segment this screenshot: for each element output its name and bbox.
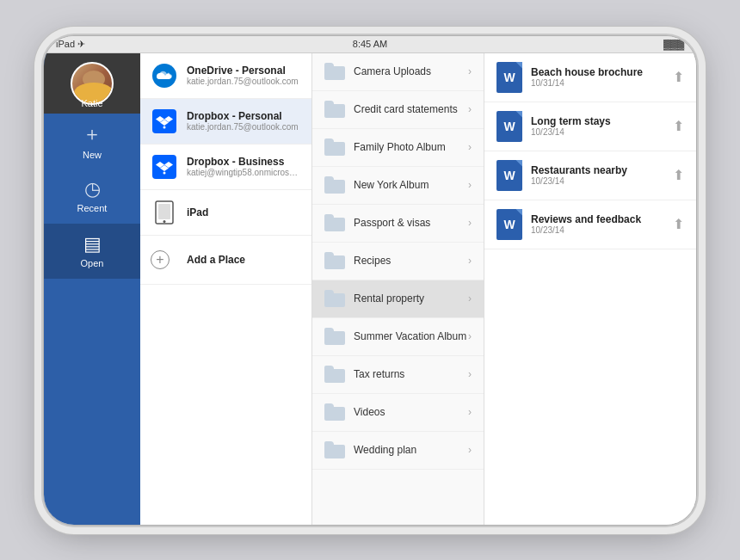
file-long-term[interactable]: W Long term stays 10/23/14 ⬆ [484, 102, 696, 151]
file-text-restaurants: Restaurants nearby 10/23/14 [531, 164, 668, 186]
folder-tax-returns[interactable]: Tax returns › [312, 356, 484, 394]
folder-icon-videos [324, 403, 345, 421]
add-place-icon: + [151, 246, 178, 274]
user-avatar-section: Katie [44, 53, 140, 114]
add-place-name: Add a Place [187, 254, 301, 266]
folder-credit-card[interactable]: Credit card statements › [312, 91, 484, 129]
file-name-beach: Beach house brochure [531, 66, 668, 78]
folder-name-passport: Passport & visas [354, 217, 468, 229]
svg-point-2 [163, 126, 166, 128]
chevron-icon-recipes: › [468, 255, 472, 267]
folder-name-newyork: New York Album [354, 179, 468, 191]
word-icon-restaurants: W [496, 160, 522, 191]
folder-icon-summer [324, 328, 345, 345]
places-panel: OneDrive - Personal katie.jordan.75@outl… [140, 53, 312, 525]
file-name-restaurants: Restaurants nearby [531, 164, 668, 176]
folder-recipes[interactable]: Recipes › [312, 243, 484, 280]
folder-icon-newyork [324, 176, 345, 194]
ipad-name: iPad [187, 206, 301, 218]
file-restaurants[interactable]: W Restaurants nearby 10/23/14 ⬆ [484, 151, 696, 200]
folder-family-photo[interactable]: Family Photo Album › [312, 129, 484, 167]
folder-icon-passport [324, 214, 345, 231]
folder-videos[interactable]: Videos › [312, 394, 484, 432]
folder-rental-property[interactable]: Rental property › [312, 280, 484, 318]
chevron-icon-wedding: › [468, 444, 472, 456]
share-icon-reviews[interactable]: ⬆ [673, 216, 684, 232]
folder-name-recipes: Recipes [354, 255, 468, 267]
share-icon-longterm[interactable]: ⬆ [673, 118, 684, 134]
svg-point-4 [163, 171, 166, 174]
status-left: iPad ✈ [56, 39, 85, 50]
dropbox-personal-text: Dropbox - Personal katie.jordan.75@outlo… [187, 110, 301, 132]
folder-camera-uploads[interactable]: Camera Uploads › [312, 53, 484, 91]
folder-name-credit: Credit card statements [354, 103, 468, 115]
dropbox-personal-svg [152, 109, 176, 133]
file-name-reviews: Reviews and feedback [531, 213, 668, 225]
file-text-reviews: Reviews and feedback 10/23/14 [531, 213, 668, 235]
dropbox-personal-name: Dropbox - Personal [187, 110, 301, 122]
folder-icon-family [324, 138, 345, 156]
place-item-dropbox-business[interactable]: Dropbox - Business katiej@wingtip58.onmi… [140, 145, 311, 190]
sidebar-new-label: New [83, 150, 102, 160]
open-icon: ▤ [83, 233, 102, 255]
sidebar-item-new[interactable]: ＋ New [44, 114, 140, 169]
dropbox-business-text: Dropbox - Business katiej@wingtip58.onmi… [187, 156, 301, 177]
place-item-ipad[interactable]: iPad [140, 190, 311, 236]
folder-name-summer: Summer Vacation Album [354, 330, 468, 342]
dropbox-business-icon [151, 153, 178, 181]
folder-icon-wedding [324, 441, 345, 458]
onedrive-personal-text: OneDrive - Personal katie.jordan.75@outl… [187, 65, 301, 86]
place-item-dropbox-personal[interactable]: Dropbox - Personal katie.jordan.75@outlo… [140, 99, 311, 145]
folder-name-rental: Rental property [354, 292, 468, 305]
plus-circle-icon: + [151, 250, 170, 269]
file-reviews[interactable]: W Reviews and feedback 10/23/14 ⬆ [484, 200, 696, 249]
onedrive-personal-name: OneDrive - Personal [187, 65, 301, 77]
chevron-icon-credit: › [468, 103, 472, 115]
share-icon-beach[interactable]: ⬆ [673, 69, 684, 85]
folder-panel: Camera Uploads › Credit card statements … [312, 53, 484, 525]
chevron-icon-videos: › [468, 406, 472, 418]
dropbox-personal-icon [151, 108, 178, 135]
word-icon-longterm: W [496, 111, 522, 142]
onedrive-personal-email: katie.jordan.75@outlook.com [187, 77, 301, 86]
onedrive-svg [156, 70, 173, 82]
recent-icon: ◷ [84, 178, 101, 200]
add-place-text: Add a Place [187, 254, 301, 266]
share-icon-restaurants[interactable]: ⬆ [673, 167, 684, 183]
folder-new-york[interactable]: New York Album › [312, 167, 484, 205]
file-text-beach: Beach house brochure 10/31/14 [531, 66, 668, 88]
folder-name-camera: Camera Uploads [354, 65, 468, 77]
sidebar: Katie ＋ New ◷ Recent ▤ Open [44, 53, 140, 525]
onedrive-personal-icon [151, 62, 178, 89]
folder-summer-vacation[interactable]: Summer Vacation Album › [312, 318, 484, 356]
folder-name-wedding: Wedding plan [354, 444, 468, 456]
folder-icon-tax [324, 366, 345, 383]
place-item-add[interactable]: + Add a Place [140, 236, 311, 285]
chevron-icon-tax: › [468, 368, 472, 380]
battery-indicator: ▓▓▓ [663, 39, 684, 49]
file-date-reviews: 10/23/14 [531, 225, 668, 235]
app-container: Katie ＋ New ◷ Recent ▤ Open [44, 53, 696, 525]
folder-name-tax: Tax returns [354, 368, 468, 380]
new-icon: ＋ [83, 121, 102, 147]
chevron-icon-summer: › [468, 330, 472, 342]
word-icon-beach: W [496, 62, 522, 93]
place-item-onedrive-personal[interactable]: OneDrive - Personal katie.jordan.75@outl… [140, 53, 311, 99]
chevron-icon-camera: › [468, 65, 472, 77]
folder-passport[interactable]: Passport & visas › [312, 205, 484, 243]
file-text-longterm: Long term stays 10/23/14 [531, 115, 668, 137]
dropbox-business-svg [152, 155, 176, 179]
folder-wedding-plan[interactable]: Wedding plan › [312, 432, 484, 470]
folder-icon-recipes [324, 252, 345, 269]
ipad-shell: iPad ✈ 8:45 AM ▓▓▓ Katie ＋ New ◷ Recent … [43, 35, 697, 526]
chevron-icon-newyork: › [468, 179, 472, 191]
dropbox-business-email: katiej@wingtip58.onmicrosoft.com [187, 168, 301, 177]
file-date-restaurants: 10/23/14 [531, 176, 668, 186]
ipad-device-icon-container [151, 199, 178, 226]
sidebar-item-open[interactable]: ▤ Open [44, 224, 140, 279]
sidebar-item-recent[interactable]: ◷ Recent [44, 169, 140, 224]
sidebar-recent-label: Recent [77, 203, 108, 213]
dropbox-business-name: Dropbox - Business [187, 156, 301, 168]
folder-icon-rental [324, 290, 345, 307]
file-beach-house[interactable]: W Beach house brochure 10/31/14 ⬆ [484, 53, 696, 102]
